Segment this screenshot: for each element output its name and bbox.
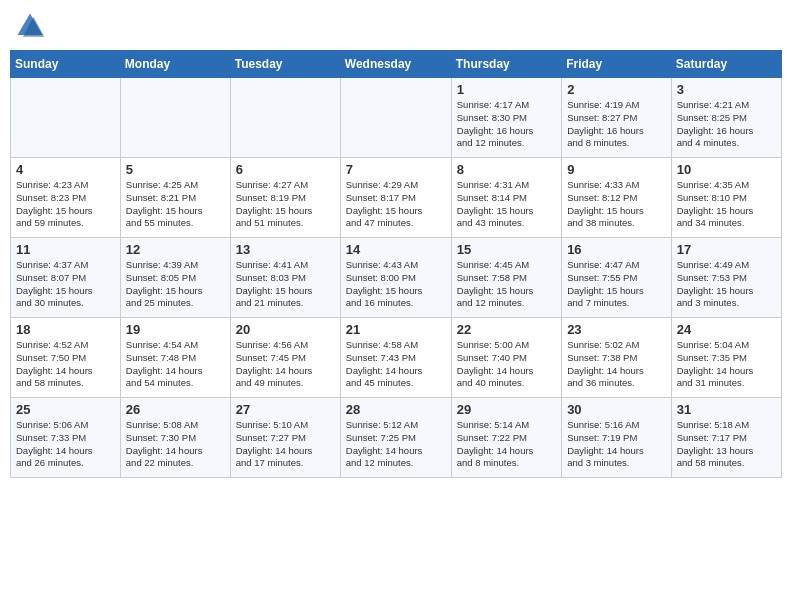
day-info: Sunrise: 5:14 AM Sunset: 7:22 PM Dayligh… <box>457 419 556 470</box>
col-header-friday: Friday <box>562 51 672 78</box>
day-info: Sunrise: 4:17 AM Sunset: 8:30 PM Dayligh… <box>457 99 556 150</box>
day-info: Sunrise: 4:37 AM Sunset: 8:07 PM Dayligh… <box>16 259 115 310</box>
day-number: 26 <box>126 402 225 417</box>
week-row-1: 1Sunrise: 4:17 AM Sunset: 8:30 PM Daylig… <box>11 78 782 158</box>
day-cell: 25Sunrise: 5:06 AM Sunset: 7:33 PM Dayli… <box>11 398 121 478</box>
day-info: Sunrise: 5:00 AM Sunset: 7:40 PM Dayligh… <box>457 339 556 390</box>
day-info: Sunrise: 4:27 AM Sunset: 8:19 PM Dayligh… <box>236 179 335 230</box>
day-number: 15 <box>457 242 556 257</box>
day-info: Sunrise: 4:35 AM Sunset: 8:10 PM Dayligh… <box>677 179 776 230</box>
day-cell: 4Sunrise: 4:23 AM Sunset: 8:23 PM Daylig… <box>11 158 121 238</box>
day-number: 20 <box>236 322 335 337</box>
day-info: Sunrise: 4:29 AM Sunset: 8:17 PM Dayligh… <box>346 179 446 230</box>
day-cell <box>230 78 340 158</box>
day-number: 28 <box>346 402 446 417</box>
day-cell: 14Sunrise: 4:43 AM Sunset: 8:00 PM Dayli… <box>340 238 451 318</box>
day-info: Sunrise: 4:21 AM Sunset: 8:25 PM Dayligh… <box>677 99 776 150</box>
day-number: 8 <box>457 162 556 177</box>
day-cell: 24Sunrise: 5:04 AM Sunset: 7:35 PM Dayli… <box>671 318 781 398</box>
day-cell: 26Sunrise: 5:08 AM Sunset: 7:30 PM Dayli… <box>120 398 230 478</box>
day-cell: 9Sunrise: 4:33 AM Sunset: 8:12 PM Daylig… <box>562 158 672 238</box>
day-number: 29 <box>457 402 556 417</box>
day-info: Sunrise: 4:31 AM Sunset: 8:14 PM Dayligh… <box>457 179 556 230</box>
week-row-3: 11Sunrise: 4:37 AM Sunset: 8:07 PM Dayli… <box>11 238 782 318</box>
week-row-5: 25Sunrise: 5:06 AM Sunset: 7:33 PM Dayli… <box>11 398 782 478</box>
day-cell: 17Sunrise: 4:49 AM Sunset: 7:53 PM Dayli… <box>671 238 781 318</box>
day-info: Sunrise: 4:25 AM Sunset: 8:21 PM Dayligh… <box>126 179 225 230</box>
logo <box>14 10 50 42</box>
week-row-4: 18Sunrise: 4:52 AM Sunset: 7:50 PM Dayli… <box>11 318 782 398</box>
day-number: 24 <box>677 322 776 337</box>
day-info: Sunrise: 5:12 AM Sunset: 7:25 PM Dayligh… <box>346 419 446 470</box>
day-number: 10 <box>677 162 776 177</box>
day-info: Sunrise: 5:02 AM Sunset: 7:38 PM Dayligh… <box>567 339 666 390</box>
day-info: Sunrise: 4:45 AM Sunset: 7:58 PM Dayligh… <box>457 259 556 310</box>
day-number: 1 <box>457 82 556 97</box>
day-info: Sunrise: 5:06 AM Sunset: 7:33 PM Dayligh… <box>16 419 115 470</box>
day-cell: 22Sunrise: 5:00 AM Sunset: 7:40 PM Dayli… <box>451 318 561 398</box>
col-header-wednesday: Wednesday <box>340 51 451 78</box>
day-number: 21 <box>346 322 446 337</box>
week-row-2: 4Sunrise: 4:23 AM Sunset: 8:23 PM Daylig… <box>11 158 782 238</box>
day-number: 30 <box>567 402 666 417</box>
day-cell: 7Sunrise: 4:29 AM Sunset: 8:17 PM Daylig… <box>340 158 451 238</box>
day-info: Sunrise: 4:39 AM Sunset: 8:05 PM Dayligh… <box>126 259 225 310</box>
day-cell: 15Sunrise: 4:45 AM Sunset: 7:58 PM Dayli… <box>451 238 561 318</box>
day-info: Sunrise: 5:18 AM Sunset: 7:17 PM Dayligh… <box>677 419 776 470</box>
day-cell: 3Sunrise: 4:21 AM Sunset: 8:25 PM Daylig… <box>671 78 781 158</box>
col-header-saturday: Saturday <box>671 51 781 78</box>
day-cell: 21Sunrise: 4:58 AM Sunset: 7:43 PM Dayli… <box>340 318 451 398</box>
page-header <box>10 10 782 42</box>
day-info: Sunrise: 5:16 AM Sunset: 7:19 PM Dayligh… <box>567 419 666 470</box>
day-number: 11 <box>16 242 115 257</box>
day-cell: 29Sunrise: 5:14 AM Sunset: 7:22 PM Dayli… <box>451 398 561 478</box>
day-number: 7 <box>346 162 446 177</box>
day-number: 2 <box>567 82 666 97</box>
day-info: Sunrise: 4:19 AM Sunset: 8:27 PM Dayligh… <box>567 99 666 150</box>
col-header-tuesday: Tuesday <box>230 51 340 78</box>
day-number: 4 <box>16 162 115 177</box>
day-cell: 8Sunrise: 4:31 AM Sunset: 8:14 PM Daylig… <box>451 158 561 238</box>
day-cell: 16Sunrise: 4:47 AM Sunset: 7:55 PM Dayli… <box>562 238 672 318</box>
day-number: 19 <box>126 322 225 337</box>
day-cell: 1Sunrise: 4:17 AM Sunset: 8:30 PM Daylig… <box>451 78 561 158</box>
calendar-table: SundayMondayTuesdayWednesdayThursdayFrid… <box>10 50 782 478</box>
day-info: Sunrise: 4:54 AM Sunset: 7:48 PM Dayligh… <box>126 339 225 390</box>
day-number: 14 <box>346 242 446 257</box>
day-cell: 31Sunrise: 5:18 AM Sunset: 7:17 PM Dayli… <box>671 398 781 478</box>
day-info: Sunrise: 4:33 AM Sunset: 8:12 PM Dayligh… <box>567 179 666 230</box>
day-cell: 23Sunrise: 5:02 AM Sunset: 7:38 PM Dayli… <box>562 318 672 398</box>
day-number: 16 <box>567 242 666 257</box>
day-number: 27 <box>236 402 335 417</box>
day-cell <box>340 78 451 158</box>
day-cell <box>11 78 121 158</box>
day-info: Sunrise: 4:56 AM Sunset: 7:45 PM Dayligh… <box>236 339 335 390</box>
logo-icon <box>14 10 46 42</box>
day-info: Sunrise: 5:10 AM Sunset: 7:27 PM Dayligh… <box>236 419 335 470</box>
day-number: 13 <box>236 242 335 257</box>
day-info: Sunrise: 4:49 AM Sunset: 7:53 PM Dayligh… <box>677 259 776 310</box>
day-number: 22 <box>457 322 556 337</box>
day-cell: 6Sunrise: 4:27 AM Sunset: 8:19 PM Daylig… <box>230 158 340 238</box>
day-number: 12 <box>126 242 225 257</box>
day-number: 5 <box>126 162 225 177</box>
day-number: 3 <box>677 82 776 97</box>
day-number: 23 <box>567 322 666 337</box>
day-number: 6 <box>236 162 335 177</box>
day-info: Sunrise: 4:58 AM Sunset: 7:43 PM Dayligh… <box>346 339 446 390</box>
day-cell: 5Sunrise: 4:25 AM Sunset: 8:21 PM Daylig… <box>120 158 230 238</box>
day-cell: 2Sunrise: 4:19 AM Sunset: 8:27 PM Daylig… <box>562 78 672 158</box>
day-cell <box>120 78 230 158</box>
day-number: 17 <box>677 242 776 257</box>
day-cell: 30Sunrise: 5:16 AM Sunset: 7:19 PM Dayli… <box>562 398 672 478</box>
day-number: 25 <box>16 402 115 417</box>
day-info: Sunrise: 5:04 AM Sunset: 7:35 PM Dayligh… <box>677 339 776 390</box>
day-number: 9 <box>567 162 666 177</box>
day-number: 18 <box>16 322 115 337</box>
col-header-thursday: Thursday <box>451 51 561 78</box>
day-cell: 11Sunrise: 4:37 AM Sunset: 8:07 PM Dayli… <box>11 238 121 318</box>
day-info: Sunrise: 4:52 AM Sunset: 7:50 PM Dayligh… <box>16 339 115 390</box>
day-info: Sunrise: 5:08 AM Sunset: 7:30 PM Dayligh… <box>126 419 225 470</box>
day-number: 31 <box>677 402 776 417</box>
day-cell: 18Sunrise: 4:52 AM Sunset: 7:50 PM Dayli… <box>11 318 121 398</box>
